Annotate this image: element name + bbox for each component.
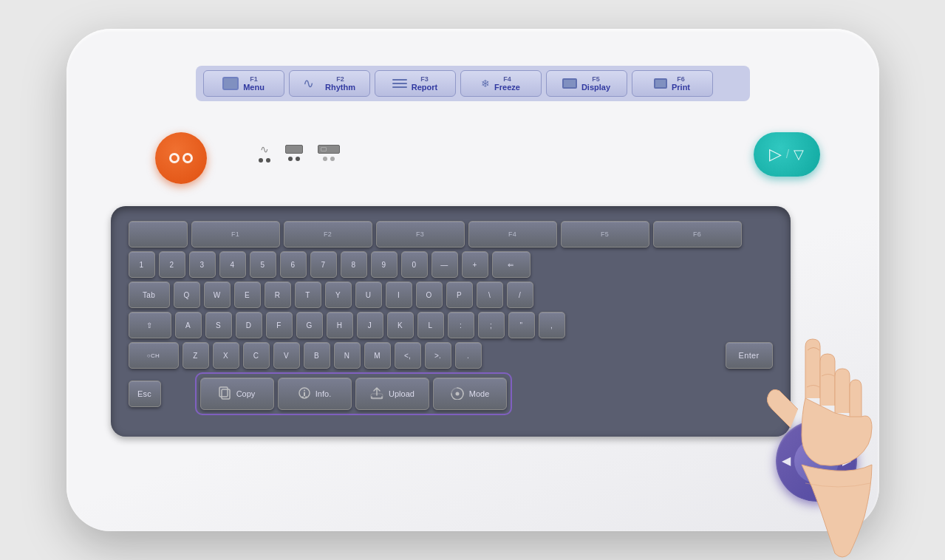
key-tab[interactable]: Tab [129,281,170,308]
device-container: F1 Menu ∿ F2 Rhythm F3 Report [66,29,879,531]
number-key-row: 1 2 3 4 5 6 7 8 9 0 — + ⇐ [129,251,773,278]
key-f[interactable]: F [266,312,293,338]
rhythm-icon: ∿ [303,78,321,89]
f6-key-label: F6 [677,75,685,83]
key-z[interactable]: Z [182,342,209,369]
key-minus[interactable]: — [431,251,458,278]
key-quote[interactable]: " [508,312,535,338]
device-body: F1 Menu ∿ F2 Rhythm F3 Report [66,29,879,531]
key-b[interactable]: B [304,342,330,369]
key-t[interactable]: T [295,281,321,308]
play-icon: ▷ [769,146,782,163]
key-p[interactable]: P [446,281,473,308]
key-e[interactable]: E [234,281,261,308]
key-r[interactable]: R [265,281,291,308]
key-shift[interactable]: ⇧ [129,312,171,338]
key-i[interactable]: I [386,281,412,308]
key-esc[interactable]: Esc [129,380,161,407]
key-0[interactable]: 0 [401,251,428,278]
f1-fn-label: Menu [243,83,265,92]
key-n[interactable]: N [334,342,361,369]
key-1[interactable]: 1 [129,251,155,278]
hand-image [739,302,901,560]
key-y[interactable]: Y [325,281,352,308]
key-a[interactable]: A [175,312,202,338]
key-m[interactable]: M [364,342,391,369]
key-c[interactable]: C [243,342,270,369]
key-backslash[interactable]: \ [477,281,503,308]
key-7[interactable]: 7 [310,251,337,278]
key-comma-key[interactable]: , [539,312,565,338]
key-f2[interactable]: F2 [284,221,372,247]
key-8[interactable]: 8 [341,251,367,278]
copy-label: Copy [236,389,256,398]
svg-rect-0 [222,389,230,399]
key-j[interactable]: J [357,312,383,338]
key-d[interactable]: D [236,312,262,338]
key-spacer [129,221,188,247]
dot-4 [296,157,300,161]
key-l[interactable]: L [417,312,444,338]
copy-icon [219,386,232,402]
key-v[interactable]: V [273,342,300,369]
key-w[interactable]: W [204,281,231,308]
record-button[interactable] [155,132,207,184]
eye-left-icon [169,153,180,163]
f5-key-label: F5 [592,75,600,83]
display-icon [562,78,577,89]
key-semicolon[interactable]: ; [478,312,505,338]
mode-key[interactable]: Mode [433,378,507,410]
key-f1[interactable]: F1 [191,221,280,247]
key-gt[interactable]: >. [425,342,451,369]
fn-btn-f2[interactable]: ∿ F2 Rhythm [289,70,370,97]
key-4[interactable]: 4 [219,251,246,278]
key-f4[interactable]: F4 [468,221,557,247]
key-3[interactable]: 3 [189,251,216,278]
key-9[interactable]: 9 [371,251,398,278]
svg-rect-1 [219,387,228,397]
fn-btn-f4[interactable]: ❄ F4 Freeze [460,70,542,97]
fn-btn-f3[interactable]: F3 Report [375,70,456,97]
key-f3[interactable]: F3 [376,221,465,247]
key-5[interactable]: 5 [250,251,276,278]
indicator-3 [318,145,340,161]
key-q[interactable]: Q [174,281,200,308]
key-2[interactable]: 2 [159,251,185,278]
keyboard: F1 F2 F3 F4 F5 F6 1 2 3 4 5 6 7 8 9 0 — [111,206,791,437]
key-s[interactable]: S [205,312,232,338]
svg-rect-3 [304,392,305,396]
copy-key[interactable]: Copy [200,378,274,410]
key-6[interactable]: 6 [280,251,307,278]
fn-btn-f6[interactable]: F6 Print [632,70,713,97]
key-plus[interactable]: + [462,251,488,278]
print-icon [654,78,667,89]
key-dot[interactable]: . [455,342,482,369]
upload-key[interactable]: Upload [355,378,429,410]
key-slash[interactable]: / [507,281,533,308]
key-f5[interactable]: F5 [561,221,649,247]
key-backspace[interactable]: ⇐ [492,251,531,278]
key-colon[interactable]: : [448,312,474,338]
key-u[interactable]: U [355,281,382,308]
key-caps[interactable]: ○CH [129,342,179,369]
key-o[interactable]: O [416,281,443,308]
dot-5 [323,157,327,161]
key-g[interactable]: G [296,312,323,338]
info-icon [298,386,311,402]
info-label: Info. [315,389,331,398]
key-h[interactable]: H [327,312,353,338]
upload-label: Upload [389,389,414,398]
key-x[interactable]: X [213,342,239,369]
info-key[interactable]: Info. [278,378,352,410]
key-lt[interactable]: <, [395,342,421,369]
play-stop-button[interactable]: ▷ / ▽ [754,132,820,177]
f2-fn-label: Rhythm [325,83,355,92]
connector-icon [318,145,340,154]
f1-key-label: F1 [250,75,258,83]
fn-btn-f1[interactable]: F1 Menu [203,70,284,97]
key-f6[interactable]: F6 [653,221,742,247]
top-function-bar: F1 Menu ∿ F2 Rhythm F3 Report [196,66,750,101]
f3-fn-label: Report [412,83,437,92]
fn-btn-f5[interactable]: F5 Display [546,70,627,97]
key-k[interactable]: K [387,312,414,338]
